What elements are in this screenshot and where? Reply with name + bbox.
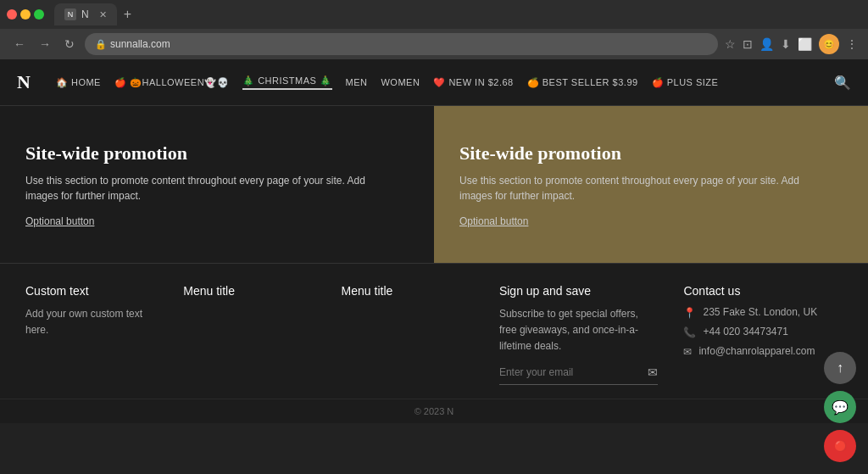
nav-links: 🏠 HOME 🍎 🎃HALLOWEEN👻💀 🎄 CHRISTMAS 🎄 MEN … — [56, 75, 817, 90]
tab-favicon: N — [64, 8, 76, 20]
site-logo: N — [17, 71, 31, 93]
menu-icon[interactable]: ⋮ — [846, 37, 858, 51]
custom-text-title: Custom text — [25, 284, 158, 298]
footer: Custom text Add your own custom text her… — [0, 263, 868, 399]
url-bar[interactable]: 🔒 sunnalla.com — [85, 33, 718, 55]
minimize-button[interactable] — [20, 9, 31, 20]
contact-address: 235 Fake St. London, UK — [703, 306, 817, 318]
chat-button[interactable]: 💬 — [824, 391, 856, 423]
extensions-icon[interactable]: ⊡ — [743, 37, 753, 51]
footer-custom-text-col: Custom text Add your own custom text her… — [25, 284, 158, 385]
signup-title: Sign up and save — [499, 284, 659, 298]
scroll-to-top-button[interactable]: ↑ — [824, 352, 856, 384]
address-bar: ← → ↻ 🔒 sunnalla.com ☆ ⊡ 👤 ⬇ ⬜ 😊 ⋮ — [0, 29, 868, 59]
contact-phone: +44 020 34473471 — [703, 326, 787, 337]
nav-christmas[interactable]: 🎄 CHRISTMAS 🎄 — [242, 75, 331, 90]
fab-area: ↑ 💬 🔴 — [824, 352, 856, 462]
download-icon[interactable]: ⬇ — [781, 37, 791, 51]
nav-men[interactable]: MEN — [346, 77, 368, 87]
security-icon: 🔒 — [95, 39, 107, 50]
footer-contact-col: Contact us 📍 235 Fake St. London, UK 📞 +… — [683, 284, 843, 385]
nav-best-seller[interactable]: 🍊 BEST SELLER $3.99 — [527, 77, 638, 88]
footer-signup-col: Sign up and save Subscribe to get specia… — [499, 284, 659, 385]
notification-button[interactable]: 🔴 — [824, 430, 856, 462]
email-icon: ✉ — [683, 346, 692, 358]
browser-chrome: N N ✕ + ← → ↻ 🔒 sunnalla.com ☆ ⊡ 👤 ⬇ ⬜ 😊… — [0, 0, 868, 59]
location-icon: 📍 — [683, 307, 696, 319]
hero-left-description: Use this section to promote content thro… — [25, 173, 381, 204]
hero-right-title: Site-wide promotion — [459, 142, 843, 165]
tab-label: N — [81, 8, 89, 20]
nav-plus-size[interactable]: 🍎 PLUS SIZE — [652, 77, 719, 88]
footer-copyright: © 2023 N — [0, 399, 868, 423]
new-tab-button[interactable]: + — [120, 7, 135, 22]
browser-tab[interactable]: N N ✕ — [54, 3, 117, 25]
reload-button[interactable]: ↻ — [61, 36, 78, 53]
hero-row: Site-wide promotion Use this section to … — [0, 106, 868, 263]
nav-home[interactable]: 🏠 HOME — [56, 77, 101, 88]
close-button[interactable] — [7, 9, 17, 20]
forward-button[interactable]: → — [36, 36, 54, 53]
contact-email-row: ✉ info@chanrolapparel.com — [683, 345, 843, 358]
hero-right-button[interactable]: Optional button — [459, 215, 843, 227]
profile-extensions-icon[interactable]: ⬜ — [798, 37, 812, 51]
tab-bar: N N ✕ + — [0, 0, 868, 29]
footer-menu1-col: Menu title — [183, 284, 315, 385]
hero-left-panel: Site-wide promotion Use this section to … — [0, 106, 434, 263]
maximize-button[interactable] — [34, 9, 44, 20]
footer-menu2-col: Menu title — [342, 284, 474, 385]
website-content: N 🏠 HOME 🍎 🎃HALLOWEEN👻💀 🎄 CHRISTMAS 🎄 ME… — [0, 59, 868, 423]
bookmark-icon[interactable]: ☆ — [725, 37, 736, 51]
site-nav: N 🏠 HOME 🍎 🎃HALLOWEEN👻💀 🎄 CHRISTMAS 🎄 ME… — [0, 59, 868, 106]
account-icon[interactable]: 👤 — [760, 37, 774, 51]
back-button[interactable]: ← — [10, 36, 29, 53]
custom-text-body: Add your own custom text here. — [25, 306, 158, 338]
signup-description: Subscribe to get special offers, free gi… — [499, 306, 659, 355]
hero-right-description: Use this section to promote content thro… — [459, 173, 815, 204]
contact-phone-row: 📞 +44 020 34473471 — [683, 326, 843, 338]
contact-address-row: 📍 235 Fake St. London, UK — [683, 306, 843, 319]
user-avatar[interactable]: 😊 — [819, 34, 839, 54]
search-icon[interactable]: 🔍 — [834, 75, 851, 91]
menu2-title: Menu title — [342, 284, 474, 298]
hero-left-title: Site-wide promotion — [25, 142, 409, 165]
hero-right-panel: Site-wide promotion Use this section to … — [434, 106, 868, 263]
nav-women[interactable]: WOMEN — [381, 77, 420, 87]
contact-email: info@chanrolapparel.com — [698, 345, 815, 357]
hero-left-button[interactable]: Optional button — [25, 215, 409, 227]
email-send-button[interactable]: ✉ — [648, 365, 658, 379]
url-text: sunnalla.com — [110, 38, 170, 50]
browser-toolbar: ☆ ⊡ 👤 ⬇ ⬜ 😊 ⋮ — [725, 34, 858, 54]
phone-icon: 📞 — [683, 326, 696, 338]
nav-new-in[interactable]: ❤️ NEW IN $2.68 — [433, 77, 513, 88]
tab-close-icon[interactable]: ✕ — [99, 9, 107, 20]
email-form: ✉ — [499, 365, 659, 385]
contact-title: Contact us — [683, 284, 843, 298]
menu1-title: Menu title — [183, 284, 315, 298]
nav-halloween[interactable]: 🍎 🎃HALLOWEEN👻💀 — [114, 77, 229, 88]
email-input[interactable] — [499, 366, 648, 378]
